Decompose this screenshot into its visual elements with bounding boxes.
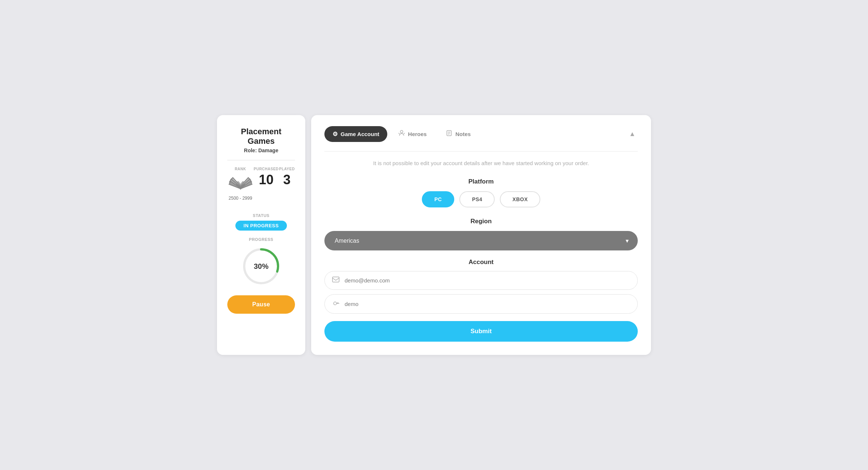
right-card: ⚙ Game Account Heroes <box>311 115 651 355</box>
stat-played: PLAYED 3 <box>279 167 295 201</box>
rank-range: 2500 - 2999 <box>229 196 252 201</box>
purchased-label: PURCHASED <box>254 167 279 171</box>
divider-1 <box>227 160 295 160</box>
purchased-value: 10 <box>259 173 274 186</box>
left-card: Placement Games Role: Damage RANK <box>217 115 305 355</box>
tab-notes-label: Notes <box>455 131 471 137</box>
status-section: STATUS IN PROGRESS PROGRESS 30% <box>227 213 295 295</box>
platform-ps4[interactable]: PS4 <box>459 191 495 207</box>
platform-xbox[interactable]: XBOX <box>500 191 540 207</box>
email-field[interactable] <box>345 277 630 284</box>
platform-row: PC PS4 XBOX <box>324 191 638 207</box>
platform-pc[interactable]: PC <box>422 191 454 207</box>
tab-game-account[interactable]: ⚙ Game Account <box>324 126 387 142</box>
submit-button[interactable]: Submit <box>324 321 638 342</box>
region-label: Region <box>324 218 638 225</box>
region-select[interactable]: Americas Europe Asia <box>324 231 638 250</box>
played-value: 3 <box>283 173 291 186</box>
tab-heroes-label: Heroes <box>408 131 427 137</box>
tab-heroes[interactable]: Heroes <box>390 125 435 142</box>
tabs-row: ⚙ Game Account Heroes <box>324 125 638 142</box>
notes-icon <box>446 130 452 138</box>
left-card-title: Placement Games <box>227 127 295 146</box>
password-field[interactable] <box>345 301 630 307</box>
stat-purchased: PURCHASED 10 <box>254 167 279 201</box>
progress-circle: 30% <box>241 246 281 286</box>
password-icon <box>332 300 340 308</box>
svg-point-2 <box>401 131 403 133</box>
role-label: Role: <box>244 147 257 153</box>
status-label: STATUS <box>253 213 269 218</box>
main-container: Placement Games Role: Damage RANK <box>217 115 651 355</box>
status-badge: IN PROGRESS <box>235 221 287 231</box>
gear-icon: ⚙ <box>332 131 338 138</box>
platform-label: Platform <box>324 178 638 185</box>
collapse-button[interactable]: ▲ <box>627 128 638 140</box>
account-label: Account <box>324 259 638 266</box>
email-input-wrap <box>324 271 638 290</box>
played-label: PLAYED <box>279 167 295 171</box>
svg-point-8 <box>334 302 337 305</box>
rank-label: RANK <box>235 167 246 171</box>
role-value: Damage <box>258 147 278 153</box>
info-text: It is not possible to edit your account … <box>324 159 638 168</box>
heroes-icon <box>398 130 405 138</box>
region-select-wrap: Americas Europe Asia ▼ <box>324 231 638 250</box>
role-text: Role: Damage <box>244 147 278 153</box>
stats-row: RANK <box>227 167 295 201</box>
stat-rank: RANK <box>228 167 253 201</box>
progress-label: PROGRESS <box>249 237 273 242</box>
pause-button[interactable]: Pause <box>227 295 295 314</box>
svg-rect-7 <box>332 277 339 282</box>
email-icon <box>332 277 340 284</box>
progress-percent-text: 30% <box>254 262 268 271</box>
rank-icon <box>228 173 253 193</box>
password-input-wrap <box>324 294 638 314</box>
tab-notes[interactable]: Notes <box>438 125 479 142</box>
tab-game-account-label: Game Account <box>341 131 379 137</box>
tab-divider <box>324 151 638 152</box>
